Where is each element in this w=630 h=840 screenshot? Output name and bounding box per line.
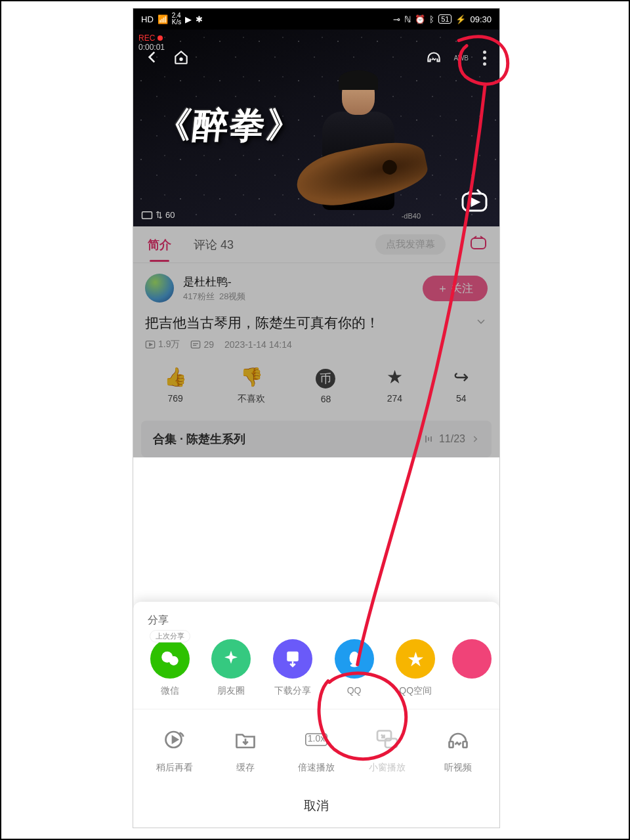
download-share-icon	[273, 639, 312, 679]
favorite-button[interactable]: ★274	[387, 366, 403, 405]
aperture-icon: ✱	[196, 14, 203, 24]
svg-rect-16	[463, 742, 467, 747]
share-sheet: 分享 上次分享 微信 朋友圈 下载分享 QQ ★ QQ空间	[133, 602, 499, 828]
opt-audio[interactable]: 听视频	[425, 724, 492, 774]
tv-cast-badge[interactable]: ⇅60	[141, 210, 175, 220]
tab-intro[interactable]: 简介	[145, 228, 174, 262]
svg-point-7	[169, 656, 178, 665]
tab-comments[interactable]: 评论 43	[191, 228, 236, 262]
play-icon: ▶	[185, 14, 192, 24]
charging-icon: ⚡	[455, 14, 466, 24]
wechat-icon	[150, 639, 190, 679]
video-meta: 1.9万 29 2023-1-14 14:14	[133, 336, 499, 360]
opt-speed[interactable]: 1.0x 倍速播放	[283, 724, 350, 774]
share-download[interactable]: 下载分享	[264, 639, 322, 697]
danmu-toggle[interactable]	[469, 236, 488, 254]
danmu-input[interactable]: 点我发弹幕	[375, 234, 446, 255]
share-qq[interactable]: QQ	[326, 639, 383, 697]
dimmed-content: 简介 评论 43 点我发弹幕 是杜杜鸭- 417粉丝 28视频 ＋关注 把吉他当…	[133, 226, 499, 457]
more-options-button[interactable]	[480, 48, 489, 68]
share-qzone[interactable]: ★ QQ空间	[387, 639, 444, 697]
share-moments[interactable]: 朋友圈	[203, 639, 261, 697]
mini-play-badge[interactable]	[459, 188, 490, 217]
cancel-button[interactable]: 取消	[133, 786, 499, 828]
like-button[interactable]: 👍769	[164, 366, 187, 405]
svg-rect-1	[142, 211, 152, 219]
svg-point-9	[349, 652, 359, 665]
phone-screen: HD 📶 2.4 K/s ▶ ✱ ⊸ ℕ ⏰ ᛒ 51 ⚡ 09:30 REC …	[133, 8, 500, 828]
opt-pip[interactable]: 小窗播放	[354, 724, 421, 774]
last-share-tag: 上次分享	[150, 630, 190, 642]
status-bar: HD 📶 2.4 K/s ▶ ✱ ⊸ ℕ ⏰ ᛒ 51 ⚡ 09:30	[133, 9, 499, 30]
nfc-icon: ℕ	[404, 14, 411, 24]
share-wechat[interactable]: 上次分享 微信	[141, 639, 199, 697]
qzone-icon: ★	[396, 639, 435, 679]
share-arrow-icon: ↪	[453, 366, 469, 388]
bluetooth-icon: ᛒ	[429, 14, 434, 24]
watch-later-icon	[159, 724, 190, 755]
svg-rect-3	[471, 238, 486, 249]
video-player[interactable]: REC 0:00:01 AWB 《醉拳》 ⇅60 -dB40	[133, 30, 499, 226]
share-more-icon[interactable]	[452, 639, 492, 679]
performer-figure	[303, 62, 421, 226]
thumbs-up-icon: 👍	[164, 366, 187, 388]
chevron-right-icon	[471, 434, 480, 444]
pip-icon	[371, 724, 403, 755]
svg-point-0	[180, 58, 182, 60]
expand-description-button[interactable]	[474, 315, 488, 331]
svg-point-10	[350, 664, 358, 667]
home-icon[interactable]	[173, 49, 190, 68]
alarm-icon: ⏰	[415, 14, 425, 24]
dislike-button[interactable]: 👎不喜欢	[238, 366, 265, 405]
download-folder-icon	[230, 724, 261, 755]
vpn-key-icon: ⊸	[393, 14, 400, 24]
svg-rect-5	[192, 341, 200, 348]
moments-icon	[211, 639, 251, 679]
follow-button[interactable]: ＋关注	[423, 276, 488, 301]
hd-badge: HD	[141, 14, 154, 24]
battery-icon: 51	[438, 14, 452, 24]
collection-bar[interactable]: 合集 · 陈楚生系列 11/23	[141, 421, 492, 457]
video-art-title: 《醉拳》	[154, 102, 306, 150]
network-icon: 📶	[158, 14, 168, 24]
avatar[interactable]	[145, 274, 174, 303]
coin-button[interactable]: 币68	[316, 366, 335, 405]
awb-label: AWB	[454, 54, 469, 62]
coin-icon: 币	[316, 366, 335, 388]
net-speed: 2.4 K/s	[172, 12, 181, 26]
back-button[interactable]	[144, 49, 161, 68]
svg-rect-15	[450, 742, 453, 747]
db-level: -dB40	[402, 212, 421, 220]
star-icon: ★	[387, 366, 403, 388]
qq-icon	[335, 639, 374, 679]
video-title: 把吉他当古琴用，陈楚生可真有你的！	[145, 313, 468, 332]
thumbs-down-icon: 👎	[240, 366, 263, 388]
audio-mode-icon	[442, 724, 474, 755]
uploader-stats: 417粉丝 28视频	[183, 291, 245, 303]
opt-watch-later[interactable]: 稍后再看	[141, 724, 208, 774]
opt-cache[interactable]: 缓存	[212, 724, 279, 774]
uploader-name[interactable]: 是杜杜鸭-	[183, 274, 245, 289]
share-button[interactable]: ↪54	[453, 366, 469, 405]
svg-rect-8	[287, 652, 299, 662]
headphones-icon[interactable]	[425, 49, 442, 68]
clock-text: 09:30	[470, 14, 492, 24]
